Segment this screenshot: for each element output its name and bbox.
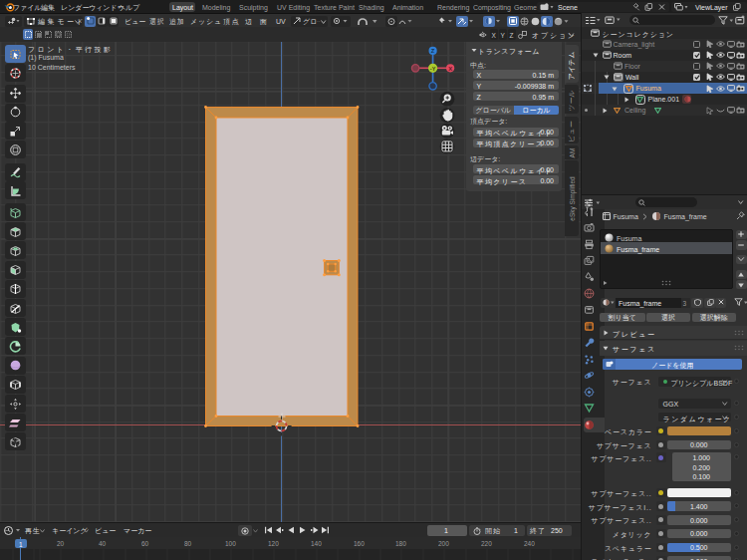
svg-text:X: X [448, 65, 452, 71]
svg-text:-Y: -Y [430, 65, 436, 71]
svg-text:Z: Z [431, 48, 435, 54]
